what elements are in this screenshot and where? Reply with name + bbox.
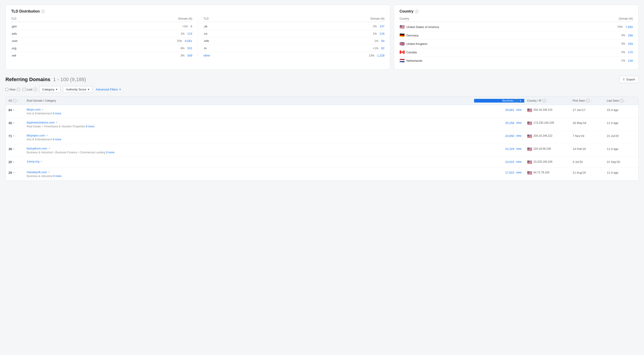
tld-name[interactable]: other (204, 54, 210, 57)
tld-num[interactable]: 6 (191, 25, 192, 28)
authority-score-filter-button[interactable]: Authority Score ▼ (63, 86, 92, 93)
backlinks-number[interactable]: 24,329 (505, 147, 514, 151)
more-link[interactable]: 9 more (86, 125, 94, 128)
col-first-seen-info-icon[interactable]: i (586, 99, 590, 102)
country-num[interactable]: 7,650 (625, 25, 633, 29)
domain-link[interactable]: mandasoft.com ↗ (27, 170, 471, 174)
new-info-icon[interactable]: i (17, 88, 20, 91)
country-num[interactable]: 170 (628, 50, 633, 54)
col-last-seen-sort-icon[interactable]: ↕ (624, 100, 626, 102)
cell-first-seen: 18 May'18 (570, 118, 604, 131)
tld-left-col: TLD Domain (N) .gov <1% 6 .edu 1% 114 .c… (11, 17, 192, 59)
view-link[interactable]: view (516, 121, 522, 124)
as-chevron-icon[interactable]: ⌄ (13, 160, 14, 163)
col-as-info-icon[interactable]: i (13, 99, 17, 102)
tld-num[interactable]: 114 (187, 32, 192, 35)
tld-pct: 1% (373, 32, 377, 35)
tld-num[interactable]: 147 (380, 25, 384, 28)
more-link[interactable]: 9 more (53, 138, 61, 141)
domain-link[interactable]: baytreesolutions.com ↗ (27, 121, 471, 124)
country-pct: 3% (621, 42, 625, 45)
category-chevron-icon: ▼ (56, 88, 58, 91)
lost-info-icon[interactable]: i (34, 88, 37, 91)
domain-link[interactable]: libsynpro.com ↗ (27, 134, 471, 137)
domain-link[interactable]: 1sexy.org ↗ (27, 160, 471, 163)
col-country-info-icon[interactable]: i (542, 99, 546, 102)
new-checkbox[interactable] (6, 88, 8, 91)
more-link[interactable]: 9 more (106, 151, 114, 154)
view-link[interactable]: view (516, 108, 522, 111)
tld-num[interactable]: 309 (187, 54, 192, 57)
domain-category: Business & Industrial > Business Finance… (27, 151, 471, 154)
col-domain-label: Root Domain / Category (27, 99, 56, 102)
col-as-sort-icon[interactable]: ↕ (18, 100, 19, 102)
col-last-seen-info-icon[interactable]: i (620, 99, 624, 102)
tld-vals: 1% 114 (180, 32, 192, 35)
backlinks-number[interactable]: 23,615 (505, 160, 514, 164)
advanced-filters-label: Advanced Filters (96, 88, 118, 91)
country-num[interactable]: 259 (628, 42, 633, 45)
tld-num[interactable]: 6,561 (185, 39, 192, 43)
col-backlinks-sort-icon[interactable]: ▼ (519, 100, 522, 102)
as-chevron-icon[interactable]: ⌄ (13, 134, 14, 137)
cell-domain: libsynpro.com ↗ Arts & Entertainment 9 m… (24, 131, 474, 144)
export-button[interactable]: ⇧ Export (619, 76, 638, 83)
tld-col2-header: Domain (N) (178, 17, 192, 20)
country-right: 1% 139 (621, 59, 633, 62)
country-num[interactable]: 139 (628, 59, 633, 62)
tld-num[interactable]: 94 (381, 39, 384, 43)
col-first-seen-sort-icon[interactable]: ↕ (591, 100, 592, 102)
backlinks-number[interactable]: 25,258 (505, 121, 514, 125)
tld-vals: <1% 82 (373, 46, 384, 50)
tld-num[interactable]: 531 (187, 46, 192, 50)
advanced-filters-button[interactable]: Advanced Filters ▼ (95, 86, 122, 92)
backlinks-number[interactable]: 17,823 (505, 171, 514, 174)
view-link[interactable]: view (516, 134, 522, 137)
as-number: 45 (8, 121, 12, 125)
as-chevron-icon[interactable]: ⌄ (13, 108, 14, 111)
category-filter-button[interactable]: Category ▼ (40, 86, 61, 93)
country-right: 2% 170 (621, 50, 633, 54)
tld-card-title: TLD Distribution i (11, 9, 384, 13)
more-link[interactable]: 9 more (53, 112, 61, 115)
country-left: 🇳🇱 Netherlands (400, 58, 422, 63)
tld-num[interactable]: 116 (380, 32, 384, 35)
view-link[interactable]: view (516, 160, 522, 163)
more-link[interactable]: 9 more (53, 175, 61, 178)
col-header-domain: Root Domain / Category (24, 99, 474, 102)
tld-info-icon[interactable]: i (41, 9, 45, 13)
as-chevron-icon[interactable]: ⌄ (13, 171, 14, 173)
as-chevron-icon[interactable]: ⌄ (13, 147, 14, 150)
backlinks-number[interactable]: 24,650 (505, 134, 514, 138)
view-link[interactable]: view (516, 147, 522, 150)
cell-backlinks: 17,823 view (474, 168, 524, 180)
cell-last-seen: 11 d ago (604, 118, 638, 131)
new-filter-label[interactable]: New i (6, 88, 20, 91)
as-chevron-icon[interactable]: ⌄ (13, 121, 14, 124)
lost-filter-label[interactable]: Lost i (22, 88, 37, 91)
cell-backlinks: 29,081 view (474, 105, 524, 118)
country-left: 🇺🇸 United States of America (400, 25, 439, 29)
authority-score-chevron-icon: ▼ (87, 88, 90, 91)
tld-num[interactable]: 82 (381, 46, 384, 50)
country-num[interactable]: 299 (628, 34, 633, 37)
cell-first-seen: 14 Feb'19 (570, 144, 604, 157)
tld-pct: 6% (180, 47, 184, 50)
ip-address: 173.230.140.239 (534, 121, 554, 124)
table-row: 71 ⌄ libsynpro.com ↗ Arts & Entertainmen… (6, 131, 638, 144)
domain-link[interactable]: libsyn.com ↗ (27, 108, 471, 111)
row-flag: 🇺🇸 (527, 171, 532, 175)
country-info-icon[interactable]: i (415, 9, 418, 13)
ip-address: 204.16.246.215 (534, 108, 552, 111)
domain-link[interactable]: fastupfront.com ↗ (27, 147, 471, 150)
lost-checkbox[interactable] (22, 88, 26, 91)
col-backlinks-info-icon[interactable]: i (515, 99, 518, 102)
country-name: United Kingdom (406, 42, 428, 45)
view-link[interactable]: view (516, 171, 522, 174)
tld-num[interactable]: 1,228 (377, 54, 384, 57)
tld-left-row: .org 6% 531 (11, 45, 192, 52)
backlinks-number[interactable]: 29,081 (505, 108, 514, 112)
tld-vals: 6% 531 (180, 46, 192, 50)
row-flag: 🇺🇸 (527, 147, 532, 151)
tld-right-row: .co 1% 116 (204, 30, 384, 37)
